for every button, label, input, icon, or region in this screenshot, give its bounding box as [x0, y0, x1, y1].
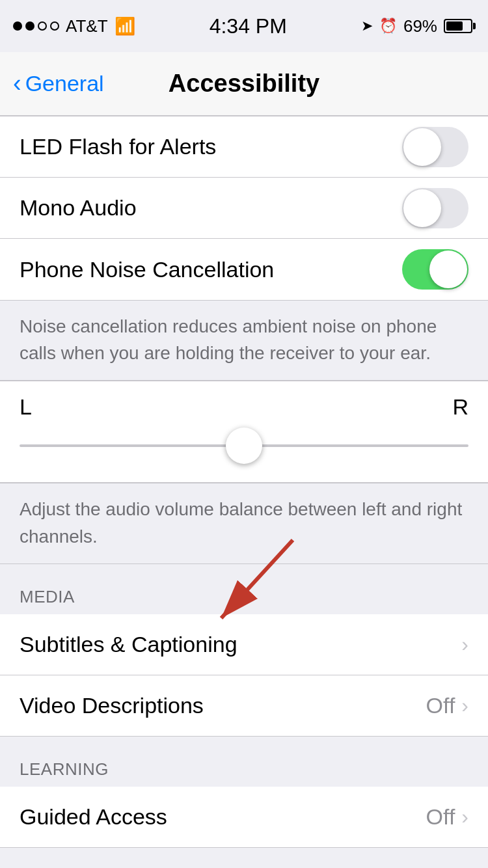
- mono-audio-row: Mono Audio: [0, 178, 488, 239]
- alarm-icon: ⏰: [379, 18, 397, 34]
- slider-knob: [226, 427, 262, 464]
- location-icon: ➤: [361, 18, 373, 34]
- status-left: AT&T 📶: [13, 16, 135, 36]
- video-descriptions-right: Off ›: [426, 693, 468, 718]
- guided-access-label: Guided Access: [20, 804, 167, 830]
- status-time: 4:34 PM: [210, 14, 287, 38]
- settings-content: LED Flash for Alerts Mono Audio Phone No…: [0, 116, 488, 868]
- battery-icon: [444, 19, 472, 33]
- led-flash-row: LED Flash for Alerts: [0, 116, 488, 178]
- noise-description-block: Noise cancellation reduces ambient noise…: [0, 300, 488, 381]
- mono-audio-toggle-knob: [403, 189, 441, 227]
- mono-audio-toggle[interactable]: [402, 188, 468, 228]
- balance-labels: L R: [20, 394, 468, 420]
- signal-dot-1: [13, 21, 22, 31]
- phone-noise-label: Phone Noise Cancellation: [20, 257, 274, 282]
- guided-access-right: Off ›: [426, 804, 468, 830]
- status-bar: AT&T 📶 4:34 PM ➤ ⏰ 69%: [0, 0, 488, 52]
- video-descriptions-value: Off: [426, 693, 455, 718]
- interaction-section-header: INTERACTION: [0, 848, 488, 868]
- led-flash-label: LED Flash for Alerts: [20, 134, 216, 159]
- led-flash-toggle-knob: [403, 128, 441, 166]
- wifi-icon: 📶: [115, 16, 135, 36]
- guided-access-row[interactable]: Guided Access Off ›: [0, 787, 488, 848]
- mono-audio-label: Mono Audio: [20, 195, 137, 221]
- video-descriptions-label: Video Descriptions: [20, 693, 204, 718]
- subtitles-captioning-row[interactable]: Subtitles & Captioning ›: [0, 614, 488, 675]
- video-descriptions-row[interactable]: Video Descriptions Off ›: [0, 675, 488, 737]
- balance-left-label: L: [20, 394, 32, 420]
- signal-strength: [13, 21, 59, 31]
- balance-description-block: Adjust the audio volume balance between …: [0, 483, 488, 563]
- audio-balance-slider[interactable]: [20, 426, 468, 465]
- signal-dot-4: [50, 21, 59, 31]
- subtitles-captioning-label: Subtitles & Captioning: [20, 632, 237, 657]
- nav-bar: ‹ General Accessibility: [0, 52, 488, 116]
- carrier-label: AT&T: [66, 16, 108, 36]
- signal-dot-2: [25, 21, 34, 31]
- learning-header-text: LEARNING: [20, 759, 109, 779]
- status-right: ➤ ⏰ 69%: [361, 16, 472, 36]
- learning-section-header: LEARNING: [0, 737, 488, 787]
- toggle-settings-group: LED Flash for Alerts Mono Audio Phone No…: [0, 116, 488, 300]
- balance-right-label: R: [452, 394, 468, 420]
- phone-noise-toggle-knob: [429, 251, 467, 288]
- balance-description-text: Adjust the audio volume balance between …: [20, 499, 462, 546]
- subtitles-chevron-icon: ›: [461, 632, 468, 657]
- back-chevron-icon: ‹: [13, 71, 21, 96]
- slider-track: [20, 444, 468, 447]
- media-header-text: MEDIA: [20, 587, 75, 606]
- guided-access-value: Off: [426, 804, 455, 830]
- media-settings-group: Subtitles & Captioning › Video Descripti…: [0, 614, 488, 737]
- guided-access-chevron-icon: ›: [461, 805, 468, 829]
- battery-fill: [446, 21, 463, 31]
- media-section-header: MEDIA: [0, 564, 488, 614]
- noise-description-text: Noise cancellation reduces ambient noise…: [20, 316, 437, 363]
- signal-dot-3: [38, 21, 47, 31]
- video-descriptions-chevron-icon: ›: [461, 694, 468, 718]
- back-button[interactable]: ‹ General: [13, 71, 104, 96]
- phone-noise-row: Phone Noise Cancellation: [0, 239, 488, 300]
- battery-percentage: 69%: [403, 16, 437, 36]
- back-label: General: [25, 71, 104, 96]
- audio-balance-section: L R: [0, 381, 488, 483]
- subtitles-captioning-right: ›: [461, 632, 468, 657]
- led-flash-toggle[interactable]: [402, 127, 468, 167]
- battery-indicator: [444, 19, 472, 33]
- learning-settings-group: Guided Access Off ›: [0, 787, 488, 848]
- phone-noise-toggle[interactable]: [402, 249, 468, 290]
- page-title: Accessibility: [169, 70, 319, 98]
